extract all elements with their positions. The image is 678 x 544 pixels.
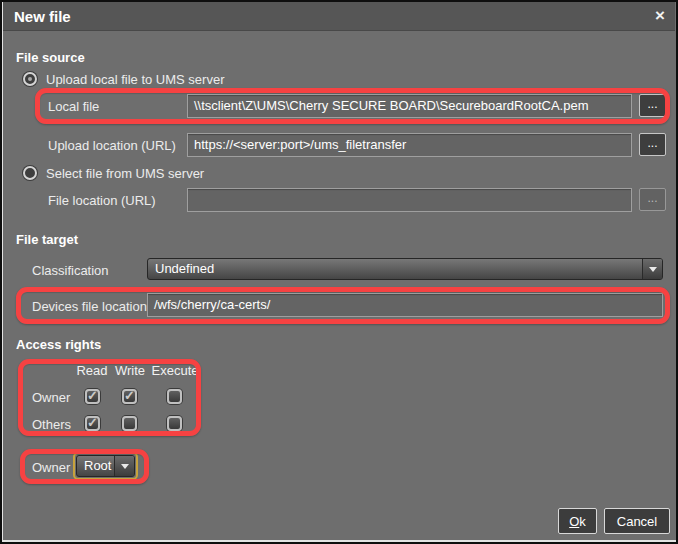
close-icon[interactable]: × xyxy=(655,6,665,26)
others-write-checkbox[interactable] xyxy=(122,416,137,431)
radio-upload-local-file[interactable] xyxy=(23,72,37,86)
file-target-header: File target xyxy=(16,232,78,247)
access-rights-header: Access rights xyxy=(16,337,101,352)
owner-dropdown[interactable]: Root xyxy=(76,455,135,477)
radio-upload-local-file-label: Upload local file to UMS server xyxy=(46,72,224,87)
upload-location-label: Upload location (URL) xyxy=(48,138,176,153)
radio-select-from-ums-label: Select file from UMS server xyxy=(46,166,204,181)
classification-label: Classification xyxy=(32,263,109,278)
classification-dropdown[interactable]: Undefined xyxy=(147,258,663,280)
classification-value: Undefined xyxy=(155,261,214,276)
owner-row-label: Owner xyxy=(32,390,70,405)
owner-dropdown-value: Root xyxy=(84,458,111,473)
file-source-header: File source xyxy=(16,50,85,65)
chevron-down-icon[interactable] xyxy=(114,456,134,476)
radio-select-from-ums[interactable] xyxy=(23,166,37,180)
local-file-label: Local file xyxy=(48,99,99,114)
title-bar: New file × xyxy=(3,2,675,31)
others-row-label: Others xyxy=(32,417,71,432)
new-file-dialog: New file × File source Upload local file… xyxy=(0,0,678,544)
others-read-checkbox[interactable] xyxy=(85,416,100,431)
cancel-button[interactable]: Cancel xyxy=(604,508,670,534)
dialog-title: New file xyxy=(14,8,71,25)
upload-location-browse-button[interactable]: ... xyxy=(639,133,666,156)
column-header-execute: Execute xyxy=(152,363,199,378)
owner-write-checkbox[interactable] xyxy=(122,389,137,404)
local-file-browse-button[interactable]: ... xyxy=(639,94,666,117)
chevron-down-icon[interactable] xyxy=(642,259,662,279)
ok-button[interactable]: Ok xyxy=(558,508,597,534)
ok-button-label: Ok xyxy=(569,514,586,529)
owner-execute-checkbox[interactable] xyxy=(167,389,182,404)
owner-dropdown-focus-ring: Root xyxy=(73,452,138,480)
column-header-write: Write xyxy=(115,363,145,378)
others-execute-checkbox[interactable] xyxy=(167,416,182,431)
owner-read-checkbox[interactable] xyxy=(85,389,100,404)
column-header-read: Read xyxy=(76,363,107,378)
file-location-browse-button[interactable]: ... xyxy=(639,188,666,211)
file-location-input[interactable] xyxy=(187,188,632,212)
file-location-label: File location (URL) xyxy=(48,193,156,208)
devices-file-location-label: Devices file location xyxy=(32,299,147,314)
devices-file-location-input[interactable]: /wfs/cherry/ca-certs/ xyxy=(147,293,663,317)
upload-location-input[interactable]: https://<server:port>/ums_filetransfer xyxy=(187,133,632,157)
owner-select-label: Owner xyxy=(32,460,70,475)
cancel-button-label: Cancel xyxy=(617,514,657,529)
local-file-input[interactable]: \\tsclient\Z\UMS\Cherry SECURE BOARD\Sec… xyxy=(187,94,632,118)
